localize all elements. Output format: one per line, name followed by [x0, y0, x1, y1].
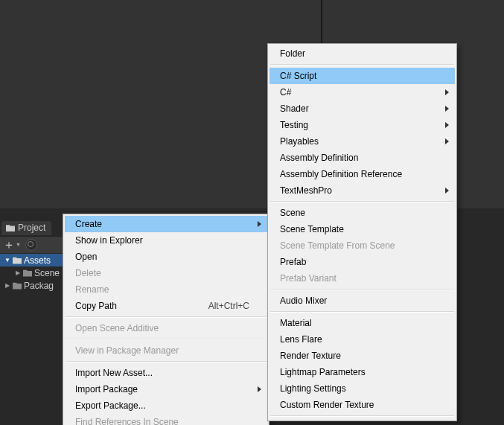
menu-item-copy-path[interactable]: Copy Path Alt+Ctrl+C: [65, 298, 267, 314]
tree-item-assets[interactable]: ▼ Assets: [0, 254, 67, 266]
menu-label: Scene Template From Scene: [280, 240, 395, 251]
menu-item-export-package[interactable]: Export Package...: [65, 397, 267, 414]
menu-separator: [270, 201, 454, 202]
menu-item-find-references-in-scene[interactable]: Find References In Scene: [65, 414, 267, 425]
menu-label: Show in Explorer: [75, 235, 143, 246]
menu-item-csharp[interactable]: C#: [269, 84, 455, 100]
project-tab-label: Project: [18, 223, 45, 233]
menu-item-scene-template[interactable]: Scene Template: [269, 221, 455, 237]
menu-item-prefab[interactable]: Prefab: [269, 254, 455, 270]
project-panel: Project ＋▼ ▼ Assets ▶ Scene ▶ Packag: [0, 221, 67, 425]
menu-label: Lightmap Parameters: [280, 367, 366, 377]
viewport-divider: [321, 0, 322, 46]
menu-item-rename[interactable]: Rename: [65, 281, 267, 298]
tree-label: Scene: [34, 268, 60, 278]
menu-label: Material: [280, 318, 312, 328]
submenu-arrow-icon: [258, 221, 261, 227]
menu-label: Audio Mixer: [280, 295, 327, 306]
menu-separator: [270, 415, 454, 417]
menu-label: Prefab: [280, 257, 306, 267]
menu-separator: [270, 64, 454, 65]
menu-item-csharp-script[interactable]: C# Script: [269, 68, 455, 84]
menu-label: Playables: [280, 136, 319, 147]
menu-label: TextMeshPro: [280, 185, 332, 196]
folder-icon: [6, 224, 15, 231]
create-submenu: Folder C# Script C# Shader Testing Playa…: [267, 43, 457, 421]
disclosure-triangle-icon[interactable]: ▶: [4, 283, 10, 289]
menu-shortcut: Alt+Ctrl+C: [208, 301, 249, 311]
menu-item-textmeshpro[interactable]: TextMeshPro: [269, 182, 455, 199]
menu-item-folder[interactable]: Folder: [269, 45, 455, 62]
tree-item-packages[interactable]: ▶ Packag: [0, 279, 67, 292]
disclosure-triangle-icon[interactable]: ▼: [4, 258, 10, 263]
menu-label: View in Package Manager: [75, 345, 179, 356]
menu-item-assembly-definition[interactable]: Assembly Definition: [269, 150, 455, 166]
menu-label: Delete: [75, 268, 101, 278]
menu-label: Shader: [280, 103, 309, 114]
folder-icon: [13, 257, 22, 264]
menu-item-audio-mixer[interactable]: Audio Mixer: [269, 293, 455, 309]
submenu-arrow-icon: [258, 386, 261, 392]
folder-icon: [13, 282, 22, 290]
menu-item-lightmap-parameters[interactable]: Lightmap Parameters: [269, 364, 455, 380]
menu-label: Open: [75, 252, 97, 262]
menu-label: Lighting Settings: [280, 383, 346, 394]
menu-item-view-in-package-manager[interactable]: View in Package Manager: [65, 342, 267, 359]
menu-label: C#: [280, 87, 291, 98]
menu-label: Folder: [280, 48, 305, 59]
submenu-arrow-icon: [445, 138, 449, 144]
project-tree: ▼ Assets ▶ Scene ▶ Packag: [0, 254, 67, 292]
disclosure-triangle-icon[interactable]: ▶: [15, 270, 21, 276]
menu-separator: [66, 316, 267, 318]
menu-separator: [66, 361, 267, 362]
project-tab[interactable]: Project: [1, 221, 51, 235]
menu-label: Open Scene Additive: [75, 323, 159, 333]
menu-item-lighting-settings[interactable]: Lighting Settings: [269, 380, 455, 397]
menu-separator: [270, 289, 454, 290]
menu-item-delete[interactable]: Delete: [65, 265, 267, 281]
menu-label: Prefab Variant: [280, 273, 336, 284]
submenu-arrow-icon: [445, 106, 449, 112]
add-button[interactable]: ＋▼: [3, 240, 21, 250]
menu-item-show-in-explorer[interactable]: Show in Explorer: [65, 232, 267, 249]
menu-separator: [270, 311, 454, 313]
tree-label: Packag: [24, 281, 54, 291]
menu-item-lens-flare[interactable]: Lens Flare: [269, 331, 455, 348]
menu-label: Import Package: [75, 384, 138, 394]
menu-item-playables[interactable]: Playables: [269, 133, 455, 150]
menu-item-material[interactable]: Material: [269, 315, 455, 331]
menu-label: Scene: [280, 208, 305, 218]
menu-item-testing[interactable]: Testing: [269, 117, 455, 133]
tree-label: Assets: [24, 255, 51, 266]
menu-item-scene-template-from-scene[interactable]: Scene Template From Scene: [269, 237, 455, 254]
tree-item-scenes[interactable]: ▶ Scene: [0, 266, 67, 279]
menu-label: Rename: [75, 284, 109, 295]
menu-label: Assembly Definition: [280, 153, 358, 163]
menu-item-shader[interactable]: Shader: [269, 100, 455, 117]
menu-item-scene[interactable]: Scene: [269, 205, 455, 221]
menu-item-assembly-definition-reference[interactable]: Assembly Definition Reference: [269, 166, 455, 182]
menu-item-render-texture[interactable]: Render Texture: [269, 348, 455, 364]
submenu-arrow-icon: [445, 89, 449, 95]
menu-label: Render Texture: [280, 351, 341, 361]
menu-item-import-new-asset[interactable]: Import New Asset...: [65, 365, 267, 381]
menu-item-import-package[interactable]: Import Package: [65, 381, 267, 397]
menu-label: C# Script: [280, 71, 316, 81]
menu-item-custom-render-texture[interactable]: Custom Render Texture: [269, 397, 455, 413]
menu-separator: [66, 339, 267, 340]
menu-label: Copy Path: [75, 301, 117, 311]
submenu-arrow-icon: [445, 122, 449, 128]
menu-item-open[interactable]: Open: [65, 249, 267, 265]
menu-label: Assembly Definition Reference: [280, 169, 402, 179]
menu-label: Create: [75, 219, 102, 229]
search-input[interactable]: [25, 239, 37, 251]
folder-icon: [23, 269, 32, 277]
menu-label: Scene Template: [280, 224, 344, 234]
menu-label: Import New Asset...: [75, 368, 153, 378]
menu-label: Lens Flare: [280, 334, 322, 345]
menu-label: Testing: [280, 120, 308, 130]
menu-item-create[interactable]: Create: [65, 216, 267, 232]
project-toolbar: ＋▼: [0, 236, 70, 253]
menu-item-open-scene-additive[interactable]: Open Scene Additive: [65, 320, 267, 336]
menu-item-prefab-variant[interactable]: Prefab Variant: [269, 270, 455, 287]
